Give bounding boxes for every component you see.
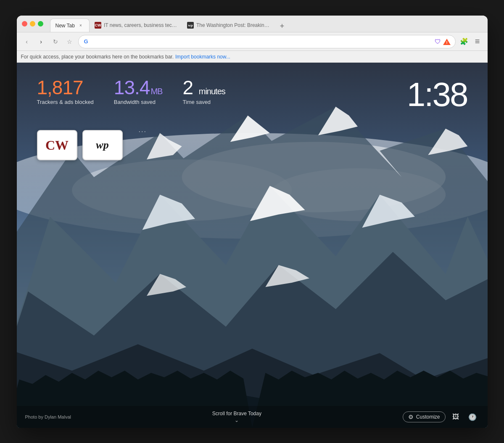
history-button[interactable]: 🕐 — [466, 410, 479, 424]
cw-site-label: CW — [45, 138, 69, 153]
photo-credit: Photo by Dylan Malval — [25, 414, 71, 419]
toolbar: ‹ › ↻ ☆ G 🛡 ! — [17, 32, 488, 51]
title-bar: New Tab × CW IT news, careers, business … — [17, 16, 488, 32]
google-icon: G — [83, 38, 90, 45]
menu-button[interactable]: ≡ — [472, 36, 483, 48]
svg-text:!: ! — [446, 40, 447, 45]
bandwidth-value: 13.4MB — [114, 78, 163, 97]
tab-new-tab[interactable]: New Tab × — [50, 19, 90, 32]
clock: 1:38 — [407, 75, 467, 114]
scroll-chevron-icon: ⌄ — [235, 417, 239, 423]
tab-wp-label: The Washington Post: Breaking New... — [196, 22, 269, 28]
more-options-button[interactable]: ··· — [139, 128, 147, 135]
stats-panel: 1,817 Trackers & ads blocked 13.4MB Band… — [37, 78, 225, 105]
bottom-right-controls: ⚙ Customize 🖼 🕐 — [403, 410, 479, 424]
forward-icon: › — [40, 38, 42, 45]
time-value: 2 minutes — [182, 78, 225, 97]
extensions-button[interactable]: 🧩 — [458, 36, 470, 48]
tab-close-new-tab[interactable]: × — [77, 22, 84, 29]
bookmark-button[interactable]: ☆ — [64, 36, 76, 48]
forward-button[interactable]: › — [35, 36, 47, 48]
new-tab-page: 1,817 Trackers & ads blocked 13.4MB Band… — [17, 63, 488, 428]
brave-warning-icon: ! — [443, 38, 451, 45]
toolbar-right: 🧩 ≡ — [458, 36, 483, 48]
wp-favicon-icon: wp — [187, 22, 194, 29]
trackers-value: 1,817 — [37, 78, 94, 97]
shield-area: 🛡 ! — [435, 38, 451, 45]
maximize-button[interactable] — [38, 21, 43, 27]
customize-label: Customize — [416, 414, 440, 420]
tabs-bar: New Tab × CW IT news, careers, business … — [50, 16, 483, 32]
bandwidth-label: Bandwidth saved — [114, 99, 163, 105]
top-site-wp[interactable]: wp — [82, 130, 123, 160]
cw-favicon-icon: CW — [95, 22, 101, 29]
tab-cw-label: IT news, careers, business technolo... — [104, 22, 177, 28]
wp-site-label: wp — [96, 139, 108, 151]
reload-icon: ↻ — [53, 38, 58, 45]
history-icon: 🕐 — [468, 413, 477, 421]
browser-window: New Tab × CW IT news, careers, business … — [17, 16, 488, 428]
bandwidth-stat: 13.4MB Bandwidth saved — [114, 78, 163, 105]
scroll-brave-today-button[interactable]: Scroll for Brave Today ⌄ — [212, 411, 261, 423]
address-input[interactable] — [92, 38, 432, 45]
scroll-text: Scroll for Brave Today — [212, 411, 261, 416]
top-sites: CW wp — [37, 130, 123, 160]
shield-icon: 🛡 — [435, 38, 441, 45]
trackers-label: Trackers & ads blocked — [37, 99, 94, 105]
background-image — [17, 63, 488, 428]
bookmarks-bar: For quick access, place your bookmarks h… — [17, 51, 488, 63]
reload-button[interactable]: ↻ — [50, 36, 61, 48]
wallpaper-icon: 🖼 — [452, 413, 459, 421]
back-button[interactable]: ‹ — [21, 36, 33, 48]
address-bar[interactable]: G 🛡 ! — [78, 35, 456, 48]
import-bookmarks-link[interactable]: Import bookmarks now... — [175, 54, 230, 60]
time-stat: 2 minutes Time saved — [182, 78, 225, 105]
tab-new-tab-label: New Tab — [55, 23, 75, 29]
bottom-bar: Photo by Dylan Malval Scroll for Brave T… — [17, 406, 488, 428]
minimize-button[interactable] — [30, 21, 35, 27]
customize-button[interactable]: ⚙ Customize — [403, 411, 446, 422]
hamburger-icon: ≡ — [475, 37, 480, 46]
sliders-icon: ⚙ — [408, 414, 414, 420]
close-button[interactable] — [22, 21, 27, 27]
back-icon: ‹ — [26, 38, 28, 45]
new-tab-button[interactable]: + — [276, 20, 288, 32]
wallpaper-button[interactable]: 🖼 — [449, 410, 462, 424]
plus-icon: + — [280, 22, 285, 31]
trackers-stat: 1,817 Trackers & ads blocked — [37, 78, 94, 105]
puzzle-icon: 🧩 — [460, 37, 468, 45]
bookmarks-bar-text: For quick access, place your bookmarks h… — [21, 54, 174, 60]
bookmark-icon: ☆ — [67, 38, 72, 45]
tab-wp[interactable]: wp The Washington Post: Breaking New... — [182, 19, 274, 32]
window-controls — [22, 21, 43, 27]
top-site-cw[interactable]: CW — [37, 130, 77, 160]
tab-cw[interactable]: CW IT news, careers, business technolo..… — [90, 19, 182, 32]
time-label: Time saved — [182, 99, 225, 105]
